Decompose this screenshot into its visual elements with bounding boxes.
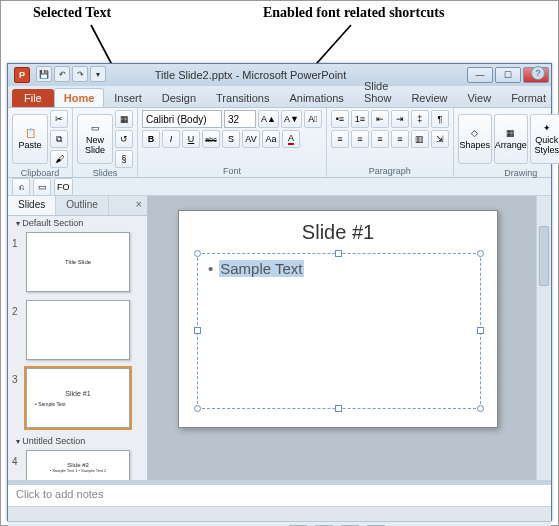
bullets-button[interactable]: •≡ xyxy=(331,110,349,128)
titlebar: P 💾 ↶ ↷ ▾ Title Slide2.pptx - Microsoft … xyxy=(8,64,551,86)
qat-save[interactable]: 💾 xyxy=(36,66,52,82)
thumb-3[interactable]: Slide #1 • Sample Text xyxy=(26,368,130,428)
thumb-4-num: 4 xyxy=(12,450,22,467)
thumb-2[interactable] xyxy=(26,300,130,360)
char-spacing-button[interactable]: AV xyxy=(242,130,260,148)
slide-title[interactable]: Slide #1 xyxy=(179,221,497,244)
tab-insert[interactable]: Insert xyxy=(104,88,152,107)
new-slide-button[interactable]: ▭ New Slide xyxy=(77,114,113,164)
format-painter-button[interactable]: 🖌 xyxy=(50,150,68,168)
help-icon[interactable]: ? xyxy=(531,66,545,80)
workspace: Slides Outline × Default Section 1 Title… xyxy=(8,196,551,480)
section-untitled[interactable]: Untitled Section xyxy=(8,434,147,448)
slide-canvas[interactable]: Slide #1 • Sample Text xyxy=(178,210,498,428)
selected-text[interactable]: Sample Text xyxy=(219,260,303,277)
smartart-button[interactable]: ⇲ xyxy=(431,130,449,148)
font-size-input[interactable]: 32 xyxy=(224,110,256,128)
quick-access-toolbar: 💾 ↶ ↷ ▾ xyxy=(36,66,106,82)
copy-button[interactable]: ⧉ xyxy=(50,130,68,148)
group-label-clipboard: Clipboard xyxy=(12,168,68,179)
group-label-font: Font xyxy=(142,166,322,177)
tab-animations[interactable]: Animations xyxy=(279,88,353,107)
font-color-button[interactable]: A xyxy=(282,130,300,148)
tab-view[interactable]: View xyxy=(457,88,501,107)
slide-area: Slide #1 • Sample Text xyxy=(148,196,551,480)
app-icon: P xyxy=(14,67,30,83)
thumb-1[interactable]: Title Slide xyxy=(26,232,130,292)
thumb-4[interactable]: Slide #2 • Sample Text 1 • Sample Text 2 xyxy=(26,450,130,480)
grow-font-button[interactable]: A▲ xyxy=(258,110,279,128)
shapes-icon: ◇ xyxy=(471,128,478,138)
tab-format[interactable]: Format xyxy=(501,88,556,107)
new-slide-icon: ▭ xyxy=(91,123,100,133)
tab-file[interactable]: File xyxy=(12,89,54,107)
group-font: Calibri (Body) 32 A▲ A▼ A⃠ B I U abc S A… xyxy=(138,108,327,177)
strike-button[interactable]: abc xyxy=(202,130,220,148)
below-btn-2[interactable]: ▭ xyxy=(33,178,51,196)
maximize-button[interactable]: ☐ xyxy=(495,67,521,83)
shadow-button[interactable]: S xyxy=(222,130,240,148)
below-btn-1[interactable]: ⎌ xyxy=(12,178,30,196)
panel-tab-outline[interactable]: Outline xyxy=(56,196,109,215)
panel-tab-slides[interactable]: Slides xyxy=(8,196,56,215)
layout-button[interactable]: ▦ xyxy=(115,110,133,128)
below-btn-3[interactable]: FO xyxy=(54,178,73,196)
decrease-indent-button[interactable]: ⇤ xyxy=(371,110,389,128)
group-label-paragraph: Paragraph xyxy=(331,166,449,177)
minimize-button[interactable]: — xyxy=(467,67,493,83)
arrange-icon: ▦ xyxy=(506,128,515,138)
cut-button[interactable]: ✂ xyxy=(50,110,68,128)
tab-review[interactable]: Review xyxy=(401,88,457,107)
font-name-input[interactable]: Calibri (Body) xyxy=(142,110,222,128)
group-label-slides: Slides xyxy=(77,168,133,179)
notes-pane[interactable]: Click to add notes xyxy=(8,484,551,506)
tab-slideshow[interactable]: Slide Show xyxy=(354,76,402,107)
numbering-button[interactable]: 1≡ xyxy=(351,110,369,128)
align-right-button[interactable]: ≡ xyxy=(371,130,389,148)
paste-button[interactable]: 📋 Paste xyxy=(12,114,48,164)
align-left-button[interactable]: ≡ xyxy=(331,130,349,148)
columns-button[interactable]: ▥ xyxy=(411,130,429,148)
qat-undo[interactable]: ↶ xyxy=(54,66,70,82)
tab-design[interactable]: Design xyxy=(152,88,206,107)
shrink-font-button[interactable]: A▼ xyxy=(281,110,302,128)
clear-format-button[interactable]: A⃠ xyxy=(304,110,322,128)
bold-button[interactable]: B xyxy=(142,130,160,148)
vertical-scrollbar[interactable] xyxy=(536,196,551,480)
reset-button[interactable]: ↺ xyxy=(115,130,133,148)
ribbon-tabs: File Home Insert Design Transitions Anim… xyxy=(8,86,551,108)
thumb-3-num: 3 xyxy=(12,368,22,385)
thumb-2-num: 2 xyxy=(12,300,22,317)
group-paragraph: •≡ 1≡ ⇤ ⇥ ‡ ¶ ≡ ≡ ≡ ≡ ▥ ⇲ xyxy=(327,108,454,177)
group-drawing: ◇Shapes ▦Arrange ✦Quick Styles 🪣 ✎ ✨ Dra… xyxy=(454,108,559,177)
arrange-button[interactable]: ▦Arrange xyxy=(494,114,528,164)
bullet-line[interactable]: • Sample Text xyxy=(208,260,304,277)
underline-button[interactable]: U xyxy=(182,130,200,148)
annotation-enabled-shortcuts: Enabled font related shortcuts xyxy=(263,5,444,21)
shapes-button[interactable]: ◇Shapes xyxy=(458,114,492,164)
content-textbox[interactable]: • Sample Text xyxy=(197,253,481,409)
tab-transitions[interactable]: Transitions xyxy=(206,88,279,107)
paste-label: Paste xyxy=(18,140,41,150)
section-default[interactable]: Default Section xyxy=(8,216,147,230)
quick-styles-button[interactable]: ✦Quick Styles xyxy=(530,114,559,164)
quick-styles-icon: ✦ xyxy=(543,123,551,133)
horizontal-scrollbar[interactable] xyxy=(8,506,551,521)
bullet-icon: • xyxy=(208,260,213,277)
section-button[interactable]: § xyxy=(115,150,133,168)
qat-redo[interactable]: ↷ xyxy=(72,66,88,82)
thumb-1-num: 1 xyxy=(12,232,22,249)
new-slide-label: New Slide xyxy=(85,135,105,155)
annotation-selected-text: Selected Text xyxy=(33,5,111,21)
italic-button[interactable]: I xyxy=(162,130,180,148)
justify-button[interactable]: ≡ xyxy=(391,130,409,148)
tab-home[interactable]: Home xyxy=(54,88,105,107)
align-center-button[interactable]: ≡ xyxy=(351,130,369,148)
line-spacing-button[interactable]: ‡ xyxy=(411,110,429,128)
text-direction-button[interactable]: ¶ xyxy=(431,110,449,128)
panel-close-button[interactable]: × xyxy=(131,196,147,215)
change-case-button[interactable]: Aa xyxy=(262,130,280,148)
statusbar: Slide 3 of 4 "Office Theme" English (Can… xyxy=(8,521,551,526)
increase-indent-button[interactable]: ⇥ xyxy=(391,110,409,128)
qat-dropdown[interactable]: ▾ xyxy=(90,66,106,82)
